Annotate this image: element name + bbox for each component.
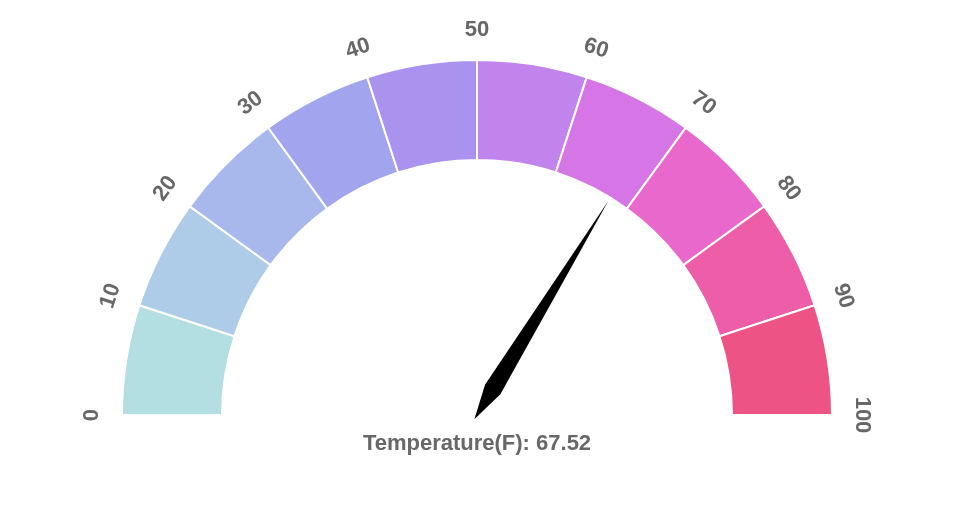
gauge-tick-label: 70 — [687, 85, 722, 120]
gauge-tick-label: 80 — [773, 170, 808, 205]
temperature-gauge: 0102030405060708090100Temperature(F): 67… — [0, 0, 954, 523]
gauge-tick-label: 0 — [78, 409, 103, 421]
gauge-svg: 0102030405060708090100Temperature(F): 67… — [0, 0, 954, 523]
gauge-tick-label: 100 — [851, 397, 876, 434]
gauge-tick-label: 50 — [465, 16, 489, 41]
gauge-readout: Temperature(F): 67.52 — [363, 430, 591, 455]
gauge-tick-label: 30 — [232, 85, 267, 120]
gauge-tick-label: 40 — [342, 32, 373, 63]
gauge-tick-label: 10 — [94, 280, 125, 311]
gauge-tick-label: 60 — [581, 32, 612, 63]
gauge-tick-label: 20 — [147, 170, 182, 205]
gauge-needle — [474, 201, 608, 419]
gauge-tick-label: 90 — [829, 280, 860, 311]
